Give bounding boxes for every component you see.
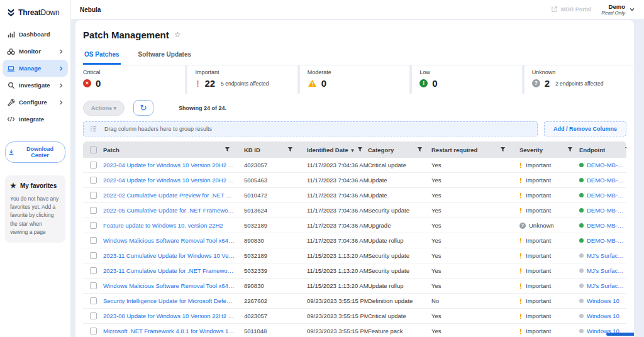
patch-link[interactable]: 2023-11 Cumulative Update for .NET Frame… <box>103 267 235 274</box>
exclamation-icon: ! <box>519 297 523 305</box>
mdr-portal-button[interactable]: MDR Portal <box>551 6 592 13</box>
endpoint-status-icon <box>579 314 584 318</box>
endpoint-cell: DEMO-MB-OKTA <box>579 237 626 244</box>
endpoint-cell: Windows 10 <box>579 312 626 319</box>
filter-icon[interactable] <box>357 146 363 153</box>
patch-link[interactable]: 2022-04 Update for Windows 10 Version 20… <box>103 177 235 184</box>
row-checkbox[interactable] <box>90 282 97 289</box>
sidebar-item-investigate[interactable]: Investigate <box>3 77 68 94</box>
column-header-kb-id[interactable]: KB ID <box>244 146 260 153</box>
select-all-checkbox[interactable] <box>90 146 97 153</box>
table-row: 2022-05 Cumulative Update for .NET Frame… <box>83 203 626 218</box>
patch-link[interactable]: Security Intelligence Update for Microso… <box>103 297 235 304</box>
column-header-endpoint[interactable]: Endpoint <box>579 146 605 153</box>
endpoint-link[interactable]: DEMO-MB-OKTA <box>587 162 626 168</box>
endpoint-link[interactable]: DEMO-MB-OKTA <box>587 192 626 199</box>
column-header-category[interactable]: Category <box>368 146 394 153</box>
threatdown-logo[interactable]: ThreatDown <box>0 0 70 23</box>
star-icon: ★ <box>10 182 16 190</box>
endpoint-link[interactable]: MJ's Surfacebook <box>587 282 626 289</box>
endpoint-link[interactable]: MJ's Surfacebook <box>587 267 626 274</box>
kb-id-cell: 5013624 <box>244 207 307 214</box>
patch-link[interactable]: Windows Malicious Software Removal Tool … <box>103 237 235 244</box>
add-remove-columns-button[interactable]: Add / Remove Columns <box>544 121 626 136</box>
summary-note: 2 endpoints affected <box>555 80 603 87</box>
patch-link[interactable]: Windows Malicious Software Removal Tool … <box>103 282 235 289</box>
sidebar-item-dashboard[interactable]: Dashboard <box>3 26 68 43</box>
endpoint-status-icon <box>579 208 584 213</box>
sidebar-item-monitor[interactable]: Monitor <box>3 43 68 60</box>
severity-cell: ! Important <box>519 192 579 199</box>
column-header-restart-required[interactable]: Restart required <box>431 146 477 153</box>
filter-icon[interactable] <box>625 146 626 153</box>
filter-icon[interactable] <box>417 146 423 153</box>
endpoint-link[interactable]: DEMO-MB-OKTA <box>587 222 626 229</box>
filter-icon[interactable] <box>225 146 230 153</box>
table-row: Windows Malicious Software Removal Tool … <box>83 233 626 248</box>
kb-id-cell: 4023057 <box>244 312 307 319</box>
patch-link[interactable]: 2023-04 Update for Windows 10 Version 20… <box>103 162 235 168</box>
patch-link[interactable]: 2023-08 Update for Windows 10 Version 22… <box>103 312 235 319</box>
download-center-button[interactable]: Download Center <box>5 141 65 163</box>
filter-icon[interactable] <box>287 146 293 153</box>
page-title: Patch Management <box>83 30 169 40</box>
filter-icon[interactable] <box>567 146 573 153</box>
exclamation-icon: ! <box>519 207 523 214</box>
endpoint-status-icon <box>579 268 584 273</box>
row-checkbox[interactable] <box>90 297 97 304</box>
row-checkbox[interactable] <box>90 252 97 259</box>
endpoint-link[interactable]: DEMO-MB-OKTA <box>587 177 626 184</box>
patch-link[interactable]: 2022-02 Cumulative Update Preview for .N… <box>103 192 235 199</box>
account-menu[interactable]: Demo Read Only <box>601 3 635 16</box>
endpoint-status-icon <box>579 223 584 228</box>
summary-label: Moderate <box>308 69 402 75</box>
refresh-button[interactable]: ↻ <box>133 100 153 116</box>
column-header-patch[interactable]: Patch <box>103 146 119 153</box>
patch-link[interactable]: Feature update to Windows 10, version 22… <box>103 222 235 229</box>
endpoint-cell: MJ's Surfacebook <box>579 252 626 259</box>
patch-link[interactable]: 2023-11 Cumulative Update for Windows 10… <box>103 252 235 259</box>
row-checkbox[interactable] <box>90 207 97 214</box>
severity-cell: ! Important <box>519 282 579 290</box>
category-cell: Update <box>368 177 431 184</box>
tab-software-updates[interactable]: Software Updates <box>137 47 192 65</box>
kb-id-cell: 2267602 <box>244 297 307 304</box>
favorite-star-icon[interactable]: ☆ <box>174 30 181 39</box>
row-checkbox[interactable] <box>90 328 97 334</box>
endpoint-cell: DEMO-MB-OKTA <box>579 222 626 229</box>
endpoint-status-icon <box>579 253 584 258</box>
endpoint-link[interactable]: DEMO-MB-OKTA <box>587 207 626 214</box>
kb-id-cell: 5032189 <box>244 222 307 229</box>
row-checkbox[interactable] <box>90 222 97 229</box>
download-center-label: Download Center <box>18 146 62 158</box>
row-checkbox[interactable] <box>90 177 97 184</box>
exclamation-circle-icon: ! <box>419 79 428 87</box>
filter-icon[interactable] <box>500 146 506 153</box>
row-checkbox[interactable] <box>90 192 97 199</box>
restart-required-cell: No <box>431 297 519 304</box>
group-drop-zone[interactable]: Drag column headers here to group result… <box>83 121 538 136</box>
chevron-right-icon <box>58 100 64 105</box>
patch-link[interactable]: Microsoft .NET Framework 4.8.1 for Windo… <box>103 328 235 334</box>
actions-button[interactable]: Actions ▾ <box>83 101 125 116</box>
endpoint-link[interactable]: DEMO-MB-OKTA <box>587 237 626 244</box>
endpoint-link[interactable]: Windows 10 <box>587 312 619 319</box>
column-header-severity[interactable]: Severity <box>519 146 543 153</box>
row-checkbox[interactable] <box>90 162 97 168</box>
severity-cell: ! Important <box>519 312 579 320</box>
row-checkbox[interactable] <box>90 312 97 319</box>
sidebar-item-manage[interactable]: Manage <box>3 60 68 77</box>
sidebar-item-configure[interactable]: Configure <box>3 94 68 111</box>
row-checkbox[interactable] <box>90 267 97 274</box>
severity-summary: Critical × 0 Important ! 22 5 endpoints … <box>75 65 634 94</box>
row-checkbox[interactable] <box>90 237 97 244</box>
endpoint-link[interactable]: Windows 10 <box>587 297 619 304</box>
severity-cell: ! Important <box>519 267 579 275</box>
endpoint-cell: MJ's Surfacebook <box>579 282 626 289</box>
tab-os-patches[interactable]: OS Patches <box>83 47 121 65</box>
sidebar-item-integrate[interactable]: Integrate <box>3 111 68 128</box>
patch-link[interactable]: 2022-05 Cumulative Update for .NET Frame… <box>103 207 235 214</box>
horizontal-scrollbar-thumb[interactable] <box>606 333 634 336</box>
column-header-identified-date[interactable]: Identified Date▼ <box>307 146 355 153</box>
endpoint-link[interactable]: MJ's Surfacebook <box>587 252 626 259</box>
